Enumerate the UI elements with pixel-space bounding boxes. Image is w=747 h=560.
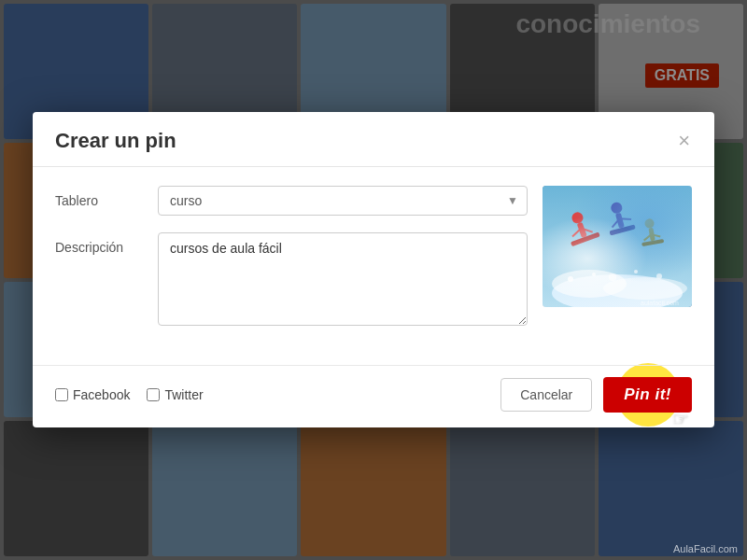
twitter-checkbox-item[interactable]: Twitter — [147, 387, 203, 402]
dialog-form: Tablero curso ▼ Descripción cursos de au… — [55, 186, 528, 346]
svg-rect-13 — [609, 224, 635, 235]
dialog-footer: Facebook Twitter Cancelar Pin it! ☞ — [33, 365, 714, 427]
descripcion-label: Descripción — [55, 232, 158, 255]
twitter-label: Twitter — [164, 387, 203, 402]
descripcion-row: Descripción cursos de aula fácil — [55, 232, 528, 329]
svg-point-3 — [603, 277, 687, 300]
snowboard-image: aulafacil.com — [543, 186, 692, 307]
cancel-button[interactable]: Cancelar — [500, 378, 592, 412]
svg-rect-10 — [615, 213, 625, 229]
twitter-checkbox[interactable] — [147, 388, 160, 401]
pinit-wrapper: Pin it! ☞ — [603, 377, 692, 413]
svg-point-22 — [634, 270, 638, 273]
watermark: AulaFacil.com — [673, 543, 738, 554]
tablero-control: curso ▼ — [158, 186, 528, 216]
svg-point-9 — [610, 201, 624, 215]
descripcion-control: cursos de aula fácil — [158, 232, 528, 329]
svg-rect-15 — [648, 228, 655, 242]
dialog-title: Crear un pin — [55, 129, 176, 153]
facebook-checkbox[interactable] — [55, 388, 68, 401]
svg-point-23 — [656, 273, 662, 279]
svg-line-6 — [571, 229, 583, 237]
tablero-label: Tablero — [55, 186, 158, 208]
close-button[interactable]: × — [676, 131, 692, 151]
image-preview: aulafacil.com — [543, 186, 692, 307]
description-input[interactable]: cursos de aula fácil — [158, 232, 528, 326]
facebook-label: Facebook — [73, 387, 130, 402]
svg-point-2 — [552, 270, 627, 298]
svg-line-11 — [611, 218, 621, 227]
svg-point-1 — [552, 274, 683, 307]
create-pin-dialog: Crear un pin × Tablero curso ▼ Desc — [33, 112, 714, 427]
tablero-row: Tablero curso ▼ — [55, 186, 528, 216]
social-checkboxes: Facebook Twitter — [55, 387, 500, 402]
svg-line-12 — [619, 216, 631, 222]
svg-point-21 — [609, 273, 616, 281]
footer-buttons: Cancelar Pin it! ☞ — [500, 377, 692, 413]
board-select-wrapper: curso ▼ — [158, 186, 528, 216]
svg-text:aulafacil.com: aulafacil.com — [641, 300, 679, 306]
svg-point-19 — [568, 276, 573, 282]
snowboard-svg: aulafacil.com — [543, 186, 692, 307]
svg-line-17 — [652, 233, 661, 239]
facebook-checkbox-item[interactable]: Facebook — [55, 387, 130, 402]
svg-line-16 — [643, 234, 653, 240]
board-select[interactable]: curso — [158, 186, 528, 216]
pinit-button[interactable]: Pin it! — [603, 377, 692, 413]
svg-line-7 — [582, 225, 593, 235]
svg-point-20 — [592, 273, 596, 276]
svg-rect-0 — [543, 186, 692, 307]
svg-point-14 — [644, 218, 655, 230]
svg-rect-8 — [571, 232, 600, 247]
svg-point-4 — [571, 211, 585, 225]
dialog-body: Tablero curso ▼ Descripción cursos de au… — [33, 167, 714, 365]
svg-rect-18 — [641, 239, 664, 246]
svg-rect-5 — [577, 222, 587, 238]
dialog-header: Crear un pin × — [33, 112, 714, 167]
